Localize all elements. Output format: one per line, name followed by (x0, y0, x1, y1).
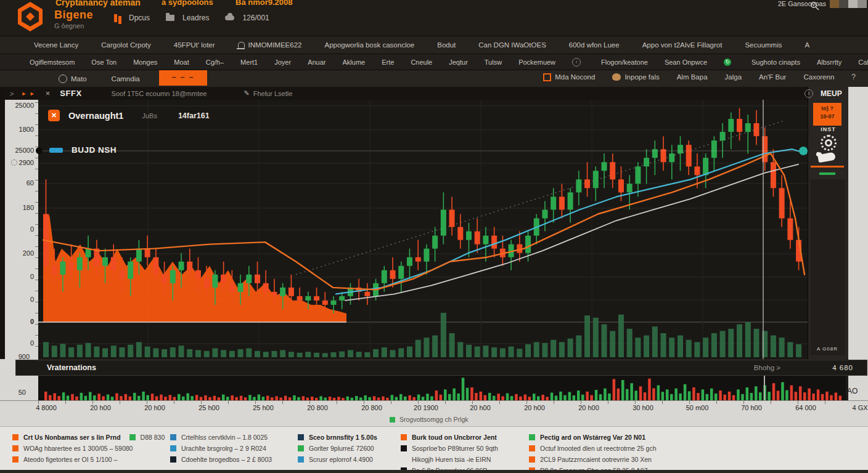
menu-item[interactable]: Cargolot Crpoty (101, 41, 151, 49)
playback-arrows-icon[interactable]: ► ► (21, 91, 35, 97)
x-axis-label: 20 1900 (404, 404, 448, 411)
color-swatch[interactable] (830, 0, 839, 8)
menu-item[interactable]: Jalga (725, 73, 742, 81)
close-icon[interactable]: × (46, 89, 51, 98)
header-quick-link[interactable]: Dpcus (114, 14, 150, 22)
price-axis[interactable]: 2500018002500029006018002000000 (5, 100, 39, 359)
menu-item[interactable]: Aklume (343, 59, 366, 66)
header-title: Cryptanancy ateman (55, 0, 141, 7)
orange-action-button[interactable]: – – – (159, 70, 207, 86)
menu-item[interactable]: Albsrrtty (817, 59, 841, 66)
menu-item[interactable]: A (805, 41, 810, 49)
legend-text: Pectig ard on Wstárreg Var 20 N01 (540, 434, 645, 441)
header-quick-link[interactable]: 126/001 (225, 14, 269, 22)
menu-item[interactable]: Monges (133, 59, 157, 66)
brand-name[interactable]: Bigene (54, 9, 93, 22)
legend-entry[interactable]: Burk toud on Uncbrror Jent (401, 434, 497, 441)
menu-item[interactable]: Tulsw (485, 59, 502, 66)
menu-item[interactable]: Joyer (274, 59, 291, 66)
menu-item[interactable]: Appo von t2AIvE Fillagrot (642, 41, 723, 49)
menu-item[interactable]: INMOMIMEE622 (238, 41, 302, 49)
legend-entry[interactable]: Hikogjh Huren tsia -ie EIRN (401, 456, 491, 463)
menu-item[interactable]: Sughoto cinapts (751, 59, 800, 66)
gear-icon[interactable] (821, 135, 837, 151)
y-axis-label: 0 (30, 318, 34, 325)
menu-item[interactable]: Mda Nocond (543, 73, 595, 81)
legend-entry[interactable]: Crt Us Nonbamas ser s lin Prnd (12, 434, 121, 441)
menu-item[interactable]: Inpope fals (612, 73, 659, 81)
candlestick-chart[interactable] (38, 100, 808, 359)
sidebar-header[interactable]: MEUP (805, 87, 842, 100)
menu-item[interactable]: Ogiflemstesom (30, 59, 75, 66)
legend-swatch (129, 434, 136, 440)
symbol-ticker[interactable]: SFFX (60, 89, 81, 98)
sidebar-lower-panel: A G08R (811, 179, 845, 355)
brand-logo-icon[interactable] (16, 1, 44, 32)
menu-item[interactable] (851, 73, 859, 81)
color-swatch[interactable] (858, 0, 867, 8)
legend-entry[interactable]: Crtelhlss cervtklvin – 1.8 0025 (170, 434, 268, 441)
hand-icon[interactable] (817, 152, 836, 163)
indicator-link[interactable]: Bhohg > (754, 364, 780, 371)
menu-item[interactable]: Vecene Lancy (34, 41, 78, 49)
menu-item[interactable]: Secuummis (745, 41, 782, 49)
menu-item[interactable]: Moat (174, 59, 189, 66)
menu-item[interactable]: 600d wfon Luee (569, 41, 620, 49)
menu-item[interactable] (724, 59, 735, 66)
menu-item[interactable]: 45FPUt' loter (174, 41, 215, 49)
legend-entry[interactable]: Scrusr eplorrof 4.4900 (298, 456, 373, 463)
menu-item[interactable]: Pockemuew (518, 59, 555, 66)
menu-item[interactable]: Cneule (411, 59, 432, 66)
header-quick-link[interactable]: Leadres (166, 14, 209, 22)
search-icon[interactable] (810, 1, 820, 14)
color-swatch-strip[interactable] (830, 0, 867, 8)
menu-item[interactable]: Jeqtur (449, 59, 468, 66)
chart-legend-primary[interactable]: ✕ Overnaught1 JuBs 14far161 (48, 110, 210, 121)
color-swatch[interactable] (839, 0, 848, 8)
chevron-right-icon[interactable]: > (10, 90, 14, 97)
header-link-2[interactable]: Ba nmor9.2008 (235, 0, 293, 7)
widget-line-1: to) ? (813, 105, 841, 113)
menu-item[interactable]: Alm Bapa (677, 73, 708, 81)
menu-item[interactable]: Bodut (437, 41, 456, 49)
menu-item[interactable]: Camndia (112, 75, 140, 83)
folder-icon (166, 15, 174, 21)
menu-item[interactable]: Appogworlia bosk casoncloe (324, 41, 414, 49)
menu-item[interactable]: Can DGN IWaOtOES (478, 41, 546, 49)
legend-entry[interactable]: 2CL9 Pautzzrncaient ootrevrrie 30 Xen (529, 456, 652, 463)
menu-item[interactable]: Mert1 (240, 59, 258, 66)
legend-entry[interactable]: Octuf lrnooted dlen ut reectrotrne 25 gc… (529, 445, 657, 452)
legend-entry[interactable]: Urachlte brsgrolrg – 2 9 R024 (170, 445, 266, 452)
legend-entry[interactable]: Sceo brnnsfity 1 5.00s (298, 434, 377, 441)
chart-legend-secondary[interactable]: BUJD NSH (49, 145, 117, 155)
menu-item[interactable]: Cal Fre (858, 59, 868, 66)
time-axis[interactable]: 4 800020 h0020 h0025 h0025 h0020 80020 8… (0, 400, 868, 414)
legend-entry[interactable]: Cdoehlte brogedbos – 2 £ 8003 (170, 456, 272, 463)
header-link-1[interactable]: a sydpoolons (162, 0, 213, 7)
series-icon[interactable]: ✕ (48, 110, 60, 121)
legend-row: Crtelhlss cervtklvin – 1.8 0025 (170, 432, 280, 443)
legend-entry[interactable]: Ateodo figetortes er OI 5 1/100 – (12, 456, 117, 463)
color-swatch[interactable] (848, 0, 858, 8)
menu-item[interactable]: Erte (382, 59, 394, 66)
menu-item[interactable]: Flogon/keatone (601, 59, 648, 66)
legend-entry[interactable]: Gorlter 9plurre£ 72600 (298, 445, 374, 452)
legend-row: WOAg hbarertee es 1 300/05 – 59080 (12, 443, 173, 454)
menu-item[interactable]: Sean Onpwce (665, 59, 707, 66)
legend-entry[interactable]: Pectig ard on Wstárreg Var 20 N01 (529, 434, 645, 441)
volume-tape[interactable] (38, 374, 846, 400)
legend-entry[interactable]: D88 830 (129, 434, 165, 441)
drawing-tool-button[interactable]: ✎ Fhelur Lsetle (244, 89, 292, 97)
menu-item[interactable]: Cg/h– (206, 59, 224, 66)
indicator-bar[interactable]: Vraternations Bhohg > 4 680 (15, 360, 867, 376)
menu-item[interactable]: Mato (59, 75, 87, 83)
menu-item[interactable]: An'F Bur (759, 73, 786, 81)
menu-item[interactable]: Caxorenn (803, 73, 834, 81)
menu-item[interactable]: Ose Ton (91, 59, 117, 66)
menu-item[interactable] (572, 58, 584, 67)
legend-entry[interactable]: Sosprloe'bo P89turrer 50 9qth (401, 445, 498, 452)
legend-entry[interactable]: WOAg hbarertee es 1 300/05 – 59080 (12, 445, 133, 452)
sidebar-orange-widget[interactable]: to) ? 10-07 (813, 103, 841, 126)
sidebar-orange-divider (811, 166, 844, 168)
menu-item[interactable]: Anuar (308, 59, 326, 66)
